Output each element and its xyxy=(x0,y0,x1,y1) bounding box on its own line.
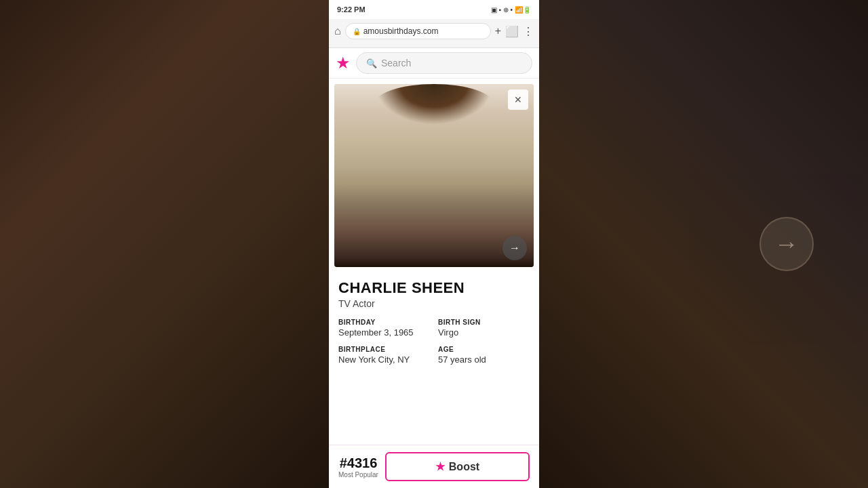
close-button[interactable]: ✕ xyxy=(508,89,528,110)
celebrity-card: ✕ → CHARLIE SHEEN TV Actor BIRTHDAY Sept… xyxy=(329,84,539,371)
search-bar[interactable]: 🔍 Search xyxy=(356,52,532,74)
birthplace-label: BIRTHPLACE xyxy=(338,346,430,353)
background-next-button[interactable]: → xyxy=(760,217,814,271)
phone-frame: 9:22 PM ▣ ▪ ⊕ • 📶🔋 ⌂ 🔒 amousbirthdays.co… xyxy=(329,0,539,488)
url-text: amousbirthdays.com xyxy=(363,26,439,36)
new-tab-icon[interactable]: + xyxy=(495,25,501,37)
birthday-label: BIRTHDAY xyxy=(338,319,430,326)
boost-button[interactable]: ★ Boost xyxy=(385,452,530,481)
bottom-bar: #4316 Most Popular ★ Boost xyxy=(329,445,539,488)
boost-label: Boost xyxy=(449,461,479,473)
birth-sign-value: Virgo xyxy=(438,327,530,338)
popularity-section: #4316 Most Popular xyxy=(338,455,378,479)
celebrity-title: TV Actor xyxy=(338,298,530,309)
lock-icon: 🔒 xyxy=(353,28,361,35)
status-signal-icons: ▣ ▪ ⊕ • xyxy=(491,6,513,14)
birth-sign-info: BIRTH SIGN Virgo xyxy=(438,319,530,338)
birthplace-info: BIRTHPLACE New York City, NY xyxy=(338,346,430,365)
bg-arrow-right-icon: → xyxy=(774,230,799,258)
birthday-info: BIRTHDAY September 3, 1965 xyxy=(338,319,430,338)
age-info: AGE 57 years old xyxy=(438,346,530,365)
celebrity-name: CHARLIE SHEEN xyxy=(338,279,530,297)
close-icon: ✕ xyxy=(514,94,522,105)
app-header: ★ 🔍 Search xyxy=(329,48,539,79)
birth-sign-label: BIRTH SIGN xyxy=(438,319,530,326)
browser-nav-bar: ⌂ 🔒 amousbirthdays.com + ⬜ ⋮ xyxy=(334,23,534,39)
tab-switcher-icon[interactable]: ⬜ xyxy=(505,25,519,38)
birthplace-value: New York City, NY xyxy=(338,354,430,365)
app-logo: ★ xyxy=(336,55,351,71)
main-content: ✕ → CHARLIE SHEEN TV Actor BIRTHDAY Sept… xyxy=(329,79,539,445)
popularity-label: Most Popular xyxy=(338,471,378,479)
status-battery-icon: 📶🔋 xyxy=(515,6,531,14)
next-photo-button[interactable]: → xyxy=(502,236,527,260)
status-bar: 9:22 PM ▣ ▪ ⊕ • 📶🔋 xyxy=(329,0,539,19)
more-options-icon[interactable]: ⋮ xyxy=(523,25,534,38)
info-grid: BIRTHDAY September 3, 1965 BIRTH SIGN Vi… xyxy=(338,319,530,365)
birthday-value: September 3, 1965 xyxy=(338,327,430,338)
browser-nav-icons: + ⬜ ⋮ xyxy=(495,25,534,38)
celebrity-image-container: ✕ → xyxy=(334,84,534,267)
boost-star-icon: ★ xyxy=(435,460,445,473)
popularity-rank: #4316 xyxy=(340,455,378,471)
next-icon: → xyxy=(509,242,520,254)
search-icon: 🔍 xyxy=(366,58,377,68)
age-value: 57 years old xyxy=(438,354,530,365)
age-label: AGE xyxy=(438,346,530,353)
home-icon[interactable]: ⌂ xyxy=(334,25,341,37)
background-left xyxy=(0,0,332,488)
celebrity-photo xyxy=(334,84,534,267)
status-time: 9:22 PM xyxy=(337,5,366,14)
url-bar[interactable]: 🔒 amousbirthdays.com xyxy=(345,23,491,39)
background-right: → xyxy=(536,0,868,488)
status-icons: ▣ ▪ ⊕ • 📶🔋 xyxy=(491,6,531,14)
celebrity-info: CHARLIE SHEEN TV Actor BIRTHDAY Septembe… xyxy=(329,272,539,371)
browser-chrome: ⌂ 🔒 amousbirthdays.com + ⬜ ⋮ xyxy=(329,19,539,48)
search-placeholder: Search xyxy=(381,58,411,68)
